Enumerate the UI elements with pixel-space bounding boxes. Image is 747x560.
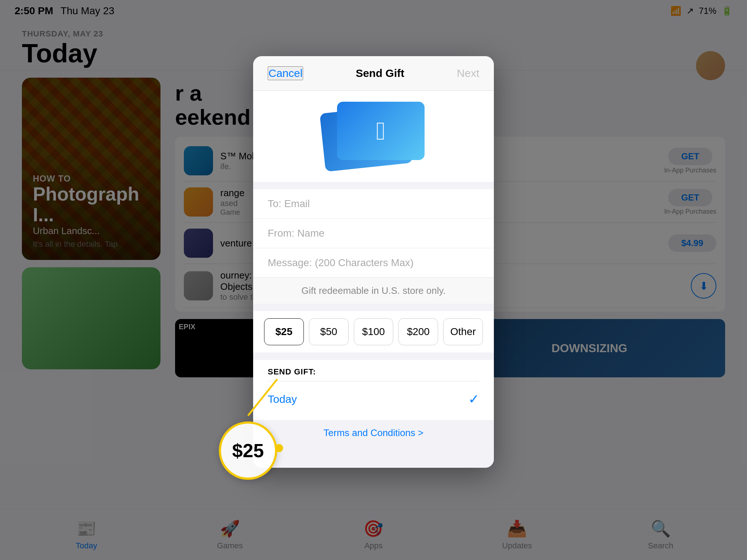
send-gift-modal: Cancel Send Gift Next  To: Email From: …	[253, 56, 494, 468]
amount-btn-200[interactable]: $200	[398, 318, 438, 345]
gift-card-image: 	[315, 102, 432, 175]
send-row[interactable]: Today ✓	[268, 386, 479, 413]
modal-bottom-padding	[253, 446, 494, 468]
message-field[interactable]: Message: (200 Characters Max)	[253, 248, 494, 277]
terms-area: Terms and Conditions >	[253, 420, 494, 446]
gift-card-area: 	[253, 91, 494, 182]
gift-note: Gift redeemable in U.S. store only.	[253, 277, 494, 304]
cancel-button[interactable]: Cancel	[268, 66, 303, 80]
annotation-amount: $25	[232, 440, 264, 462]
annotation-dot	[275, 444, 283, 452]
gift-card-front: 	[337, 102, 425, 160]
send-section: SEND GIFT: Today ✓	[253, 360, 494, 420]
send-gift-label: SEND GIFT:	[268, 367, 479, 381]
apple-logo: 	[376, 116, 386, 145]
send-checkmark: ✓	[468, 392, 479, 407]
to-email-field[interactable]: To: Email	[253, 189, 494, 219]
modal-overlay: Cancel Send Gift Next  To: Email From: …	[0, 0, 747, 560]
modal-title: Send Gift	[356, 67, 404, 79]
amount-btn-100[interactable]: $100	[354, 318, 394, 345]
amount-section: $25 $50 $100 $200 Other	[253, 311, 494, 353]
modal-header: Cancel Send Gift Next	[253, 56, 494, 91]
from-name-field[interactable]: From: Name	[253, 219, 494, 248]
annotation-circle: $25	[219, 421, 277, 480]
amount-btn-other[interactable]: Other	[443, 318, 483, 345]
terms-link[interactable]: Terms and Conditions >	[324, 427, 423, 439]
amount-btn-50[interactable]: $50	[309, 318, 349, 345]
amount-btn-25[interactable]: $25	[264, 318, 304, 345]
send-today-label[interactable]: Today	[268, 393, 297, 405]
next-button[interactable]: Next	[457, 67, 479, 79]
form-section: To: Email From: Name Message: (200 Chara…	[253, 189, 494, 277]
